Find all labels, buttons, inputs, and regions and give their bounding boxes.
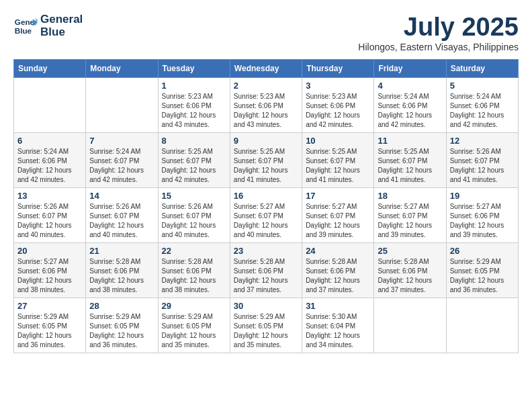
day-info: Sunrise: 5:26 AM Sunset: 6:07 PM Dayligh… — [89, 202, 154, 240]
location-subtitle: Hilongos, Eastern Visayas, Philippines — [358, 42, 519, 52]
calendar-cell: 22Sunrise: 5:28 AM Sunset: 6:06 PM Dayli… — [158, 242, 230, 298]
day-info: Sunrise: 5:29 AM Sunset: 6:05 PM Dayligh… — [450, 257, 515, 295]
logo-subtext: Blue — [40, 26, 83, 39]
column-header-saturday: Saturday — [446, 59, 518, 77]
day-info: Sunrise: 5:27 AM Sunset: 6:06 PM Dayligh… — [17, 257, 82, 295]
day-number: 3 — [306, 81, 370, 91]
day-info: Sunrise: 5:24 AM Sunset: 6:07 PM Dayligh… — [89, 147, 154, 185]
day-info: Sunrise: 5:27 AM Sunset: 6:07 PM Dayligh… — [378, 202, 442, 240]
day-info: Sunrise: 5:30 AM Sunset: 6:04 PM Dayligh… — [306, 312, 370, 350]
calendar-cell: 15Sunrise: 5:26 AM Sunset: 6:07 PM Dayli… — [158, 187, 230, 242]
day-number: 24 — [306, 246, 370, 256]
day-info: Sunrise: 5:27 AM Sunset: 6:07 PM Dayligh… — [306, 202, 370, 240]
month-year-title: July 2025 — [358, 13, 519, 42]
calendar-cell: 27Sunrise: 5:29 AM Sunset: 6:05 PM Dayli… — [14, 298, 86, 353]
day-number: 28 — [89, 301, 154, 311]
calendar-cell: 20Sunrise: 5:27 AM Sunset: 6:06 PM Dayli… — [14, 242, 86, 298]
calendar-cell: 24Sunrise: 5:28 AM Sunset: 6:06 PM Dayli… — [302, 242, 374, 298]
calendar-cell: 1Sunrise: 5:23 AM Sunset: 6:06 PM Daylig… — [158, 77, 230, 132]
day-info: Sunrise: 5:25 AM Sunset: 6:07 PM Dayligh… — [378, 147, 442, 185]
calendar-table: SundayMondayTuesdayWednesdayThursdayFrid… — [13, 59, 519, 353]
calendar-cell: 3Sunrise: 5:23 AM Sunset: 6:06 PM Daylig… — [302, 77, 374, 132]
calendar-cell: 23Sunrise: 5:28 AM Sunset: 6:06 PM Dayli… — [230, 242, 302, 298]
calendar-cell: 12Sunrise: 5:26 AM Sunset: 6:07 PM Dayli… — [446, 132, 518, 187]
calendar-cell: 26Sunrise: 5:29 AM Sunset: 6:05 PM Dayli… — [446, 242, 518, 298]
day-number: 16 — [234, 191, 298, 201]
day-info: Sunrise: 5:25 AM Sunset: 6:07 PM Dayligh… — [162, 147, 226, 185]
day-number: 25 — [378, 246, 442, 256]
calendar-cell: 19Sunrise: 5:27 AM Sunset: 6:06 PM Dayli… — [446, 187, 518, 242]
calendar-cell: 30Sunrise: 5:29 AM Sunset: 6:05 PM Dayli… — [230, 298, 302, 353]
day-number: 29 — [162, 301, 226, 311]
day-info: Sunrise: 5:23 AM Sunset: 6:06 PM Dayligh… — [234, 92, 298, 130]
day-info: Sunrise: 5:27 AM Sunset: 6:07 PM Dayligh… — [234, 202, 298, 240]
day-number: 23 — [234, 246, 298, 256]
day-number: 26 — [450, 246, 515, 256]
day-number: 8 — [162, 136, 226, 146]
day-info: Sunrise: 5:28 AM Sunset: 6:06 PM Dayligh… — [162, 257, 226, 295]
calendar-cell: 7Sunrise: 5:24 AM Sunset: 6:07 PM Daylig… — [86, 132, 158, 187]
calendar-cell: 6Sunrise: 5:24 AM Sunset: 6:06 PM Daylig… — [14, 132, 86, 187]
calendar-cell: 17Sunrise: 5:27 AM Sunset: 6:07 PM Dayli… — [302, 187, 374, 242]
calendar-cell — [14, 77, 86, 132]
calendar-cell — [86, 77, 158, 132]
column-header-tuesday: Tuesday — [158, 59, 230, 77]
day-info: Sunrise: 5:26 AM Sunset: 6:07 PM Dayligh… — [450, 147, 515, 185]
day-number: 31 — [306, 301, 370, 311]
logo-icon: General Blue — [13, 14, 38, 38]
day-number: 14 — [89, 191, 154, 201]
calendar-cell: 16Sunrise: 5:27 AM Sunset: 6:07 PM Dayli… — [230, 187, 302, 242]
day-number: 21 — [89, 246, 154, 256]
column-header-monday: Monday — [86, 59, 158, 77]
day-info: Sunrise: 5:26 AM Sunset: 6:07 PM Dayligh… — [162, 202, 226, 240]
day-number: 1 — [162, 81, 226, 91]
day-info: Sunrise: 5:23 AM Sunset: 6:06 PM Dayligh… — [162, 92, 226, 130]
svg-text:Blue: Blue — [15, 26, 32, 34]
day-info: Sunrise: 5:28 AM Sunset: 6:06 PM Dayligh… — [306, 257, 370, 295]
day-number: 2 — [234, 81, 298, 91]
calendar-cell: 29Sunrise: 5:29 AM Sunset: 6:05 PM Dayli… — [158, 298, 230, 353]
day-info: Sunrise: 5:23 AM Sunset: 6:06 PM Dayligh… — [306, 92, 370, 130]
day-info: Sunrise: 5:25 AM Sunset: 6:07 PM Dayligh… — [234, 147, 298, 185]
calendar-cell: 31Sunrise: 5:30 AM Sunset: 6:04 PM Dayli… — [302, 298, 374, 353]
day-number: 4 — [378, 81, 442, 91]
day-number: 27 — [17, 301, 82, 311]
calendar-cell — [374, 298, 446, 353]
column-header-sunday: Sunday — [14, 59, 86, 77]
page-header: General Blue General Blue July 2025 Hilo… — [13, 13, 519, 52]
calendar-cell: 25Sunrise: 5:28 AM Sunset: 6:06 PM Dayli… — [374, 242, 446, 298]
day-info: Sunrise: 5:26 AM Sunset: 6:07 PM Dayligh… — [17, 202, 82, 240]
calendar-cell: 9Sunrise: 5:25 AM Sunset: 6:07 PM Daylig… — [230, 132, 302, 187]
day-number: 12 — [450, 136, 515, 146]
day-number: 20 — [17, 246, 82, 256]
column-header-thursday: Thursday — [302, 59, 374, 77]
day-info: Sunrise: 5:29 AM Sunset: 6:05 PM Dayligh… — [162, 312, 226, 350]
calendar-cell — [446, 298, 518, 353]
logo: General Blue General Blue — [13, 13, 83, 38]
day-info: Sunrise: 5:29 AM Sunset: 6:05 PM Dayligh… — [234, 312, 298, 350]
day-number: 13 — [17, 191, 82, 201]
day-info: Sunrise: 5:29 AM Sunset: 6:05 PM Dayligh… — [89, 312, 154, 350]
day-number: 22 — [162, 246, 226, 256]
day-info: Sunrise: 5:27 AM Sunset: 6:06 PM Dayligh… — [450, 202, 515, 240]
day-number: 30 — [234, 301, 298, 311]
calendar-cell: 13Sunrise: 5:26 AM Sunset: 6:07 PM Dayli… — [14, 187, 86, 242]
day-info: Sunrise: 5:24 AM Sunset: 6:06 PM Dayligh… — [17, 147, 82, 185]
calendar-cell: 4Sunrise: 5:24 AM Sunset: 6:06 PM Daylig… — [374, 77, 446, 132]
day-number: 6 — [17, 136, 82, 146]
day-number: 11 — [378, 136, 442, 146]
calendar-cell: 14Sunrise: 5:26 AM Sunset: 6:07 PM Dayli… — [86, 187, 158, 242]
calendar-cell: 21Sunrise: 5:28 AM Sunset: 6:06 PM Dayli… — [86, 242, 158, 298]
day-info: Sunrise: 5:24 AM Sunset: 6:06 PM Dayligh… — [450, 92, 515, 130]
calendar-cell: 11Sunrise: 5:25 AM Sunset: 6:07 PM Dayli… — [374, 132, 446, 187]
day-number: 15 — [162, 191, 226, 201]
calendar-cell: 28Sunrise: 5:29 AM Sunset: 6:05 PM Dayli… — [86, 298, 158, 353]
day-number: 7 — [89, 136, 154, 146]
day-number: 18 — [378, 191, 442, 201]
day-number: 17 — [306, 191, 370, 201]
day-number: 19 — [450, 191, 515, 201]
day-number: 9 — [234, 136, 298, 146]
calendar-cell: 5Sunrise: 5:24 AM Sunset: 6:06 PM Daylig… — [446, 77, 518, 132]
column-header-wednesday: Wednesday — [230, 59, 302, 77]
day-info: Sunrise: 5:28 AM Sunset: 6:06 PM Dayligh… — [89, 257, 154, 295]
